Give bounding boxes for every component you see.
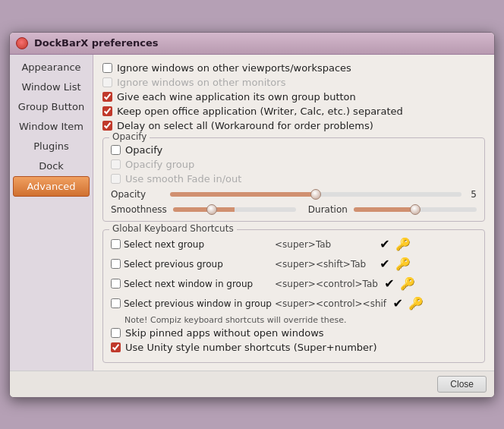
delay-label: Delay on select all (Workaround for orde… xyxy=(117,120,373,131)
skip-pinned-label: Skip pinned apps without open windows xyxy=(125,327,324,339)
office-row: Keep open office application (Writer, Ca… xyxy=(102,106,485,117)
shortcut-checkbox-3[interactable] xyxy=(111,298,121,308)
unity-checkbox[interactable] xyxy=(111,342,121,352)
shortcut-key-icon-0[interactable]: 🔑 xyxy=(395,236,411,253)
preferences-window: DockBarX preferences Appearance Window L… xyxy=(9,32,495,398)
sidebar-item-appearance[interactable]: Appearance xyxy=(13,58,90,77)
close-button[interactable]: Close xyxy=(437,376,487,393)
opacify-group-label: Opacify xyxy=(109,131,150,142)
smooth-fade-label: Use smooth Fade in/out xyxy=(125,173,241,185)
shortcut-key-icon-2[interactable]: 🔑 xyxy=(399,276,416,292)
window-title: DockBarX preferences xyxy=(34,37,158,49)
shortcut-icons-0: ✔️ 🔑 xyxy=(376,236,411,253)
shortcut-desc-0: Select next group xyxy=(124,239,272,250)
shortcut-icons-1: ✔️ 🔑 xyxy=(376,256,411,273)
shortcut-checkbox-2[interactable] xyxy=(111,279,121,289)
shortcut-key-2: <super><control>Tab xyxy=(275,279,378,289)
shortcut-key-icon-1[interactable]: 🔑 xyxy=(395,256,411,273)
shortcut-checkbox-0[interactable] xyxy=(111,239,121,249)
opacify-checkbox[interactable] xyxy=(111,145,121,155)
wine-label: Give each wine application its own group… xyxy=(117,91,356,103)
shortcut-desc-2: Select next window in group xyxy=(124,279,272,289)
ignore-monitors-row: Ignore windows on other monitors xyxy=(102,77,485,88)
shortcut-key-0: <super>Tab xyxy=(275,239,373,250)
skip-pinned-row: Skip pinned apps without open windows xyxy=(111,327,477,339)
opacify-group-row: Opacify group xyxy=(111,159,477,170)
sidebar-item-windowlist[interactable]: Window List xyxy=(13,77,90,96)
shortcut-check-icon-1[interactable]: ✔️ xyxy=(376,256,393,273)
opacify-checkbox-row: Opacify xyxy=(111,144,477,156)
shortcut-key-3: <super><control><shif xyxy=(275,298,386,309)
wine-checkbox[interactable] xyxy=(102,92,112,102)
unity-shortcuts-row: Use Unity style number shortcuts (Super+… xyxy=(111,342,477,353)
shortcut-desc-1: Select previous group xyxy=(124,259,272,270)
office-checkbox[interactable] xyxy=(102,106,112,116)
shortcut-check-icon-0[interactable]: ✔️ xyxy=(376,236,393,253)
ignore-monitors-checkbox[interactable] xyxy=(102,77,112,87)
ignore-viewports-label: Ignore windows on other viewports/worksp… xyxy=(117,62,351,74)
shortcuts-group: Global Keyboard Shortcuts Select next gr… xyxy=(102,229,485,363)
smoothness-duration-row: Smoothness Duration xyxy=(111,204,477,215)
shortcuts-note: Note! Compiz keyboard shortcuts will ove… xyxy=(124,315,477,325)
shortcut-row-0: Select next group <super>Tab ✔️ 🔑 xyxy=(111,236,477,253)
close-icon[interactable] xyxy=(16,37,28,49)
duration-label: Duration xyxy=(302,204,348,215)
unity-label: Use Unity style number shortcuts (Super+… xyxy=(125,342,377,353)
opacify-group-label-text: Opacify group xyxy=(125,159,194,170)
content-area: Appearance Window List Group Button Wind… xyxy=(10,55,494,371)
sidebar-item-groupbutton[interactable]: Group Button xyxy=(13,97,90,116)
shortcut-check-icon-3[interactable]: ✔️ xyxy=(389,295,406,312)
skip-pinned-checkbox[interactable] xyxy=(111,328,121,338)
shortcut-checkbox-1[interactable] xyxy=(111,259,121,269)
opacity-label: Opacity xyxy=(111,189,164,200)
smooth-fade-checkbox[interactable] xyxy=(111,174,121,184)
opacify-group: Opacify Opacify Opacify group Use smooth… xyxy=(102,137,485,222)
shortcut-row-1: Select previous group <super><shift>Tab … xyxy=(111,256,477,273)
office-label: Keep open office application (Writer, Ca… xyxy=(117,106,403,117)
shortcut-check-icon-2[interactable]: ✔️ xyxy=(381,276,398,292)
shortcut-row-2: Select next window in group <super><cont… xyxy=(111,276,477,292)
opacity-slider[interactable] xyxy=(170,192,461,197)
sidebar-item-dock[interactable]: Dock xyxy=(13,156,90,175)
opacify-group-checkbox[interactable] xyxy=(111,159,121,169)
duration-slider[interactable] xyxy=(354,207,477,212)
main-content: Ignore windows on other viewports/worksp… xyxy=(93,55,494,371)
sidebar: Appearance Window List Group Button Wind… xyxy=(10,55,93,371)
shortcut-key-icon-3[interactable]: 🔑 xyxy=(408,295,424,312)
sidebar-item-windowitem[interactable]: Window Item xyxy=(13,117,90,136)
smoothness-label: Smoothness xyxy=(111,204,167,215)
shortcut-row-3: Select previous window in group <super><… xyxy=(111,295,477,312)
shortcuts-group-label: Global Keyboard Shortcuts xyxy=(109,223,237,234)
opacify-label: Opacify xyxy=(125,144,162,156)
sidebar-item-advanced[interactable]: Advanced xyxy=(13,176,90,197)
opacity-value: 5 xyxy=(471,189,477,200)
sidebar-item-plugins[interactable]: Plugins xyxy=(13,137,90,156)
footer: Close xyxy=(10,371,494,397)
shortcut-desc-3: Select previous window in group xyxy=(124,298,272,309)
ignore-viewports-row: Ignore windows on other viewports/worksp… xyxy=(102,62,485,74)
delay-checkbox[interactable] xyxy=(102,121,112,131)
titlebar: DockBarX preferences xyxy=(10,33,494,55)
smoothness-slider[interactable] xyxy=(173,207,296,212)
shortcut-key-1: <super><shift>Tab xyxy=(275,259,373,270)
wine-row: Give each wine application its own group… xyxy=(102,91,485,103)
opacity-slider-row: Opacity 5 xyxy=(111,189,477,200)
smooth-fade-row: Use smooth Fade in/out xyxy=(111,173,477,185)
ignore-viewports-checkbox[interactable] xyxy=(102,63,112,73)
shortcut-icons-3: ✔️ 🔑 xyxy=(389,295,424,312)
delay-row: Delay on select all (Workaround for orde… xyxy=(102,120,485,131)
shortcut-icons-2: ✔️ 🔑 xyxy=(381,276,416,292)
ignore-monitors-label: Ignore windows on other monitors xyxy=(117,77,285,88)
